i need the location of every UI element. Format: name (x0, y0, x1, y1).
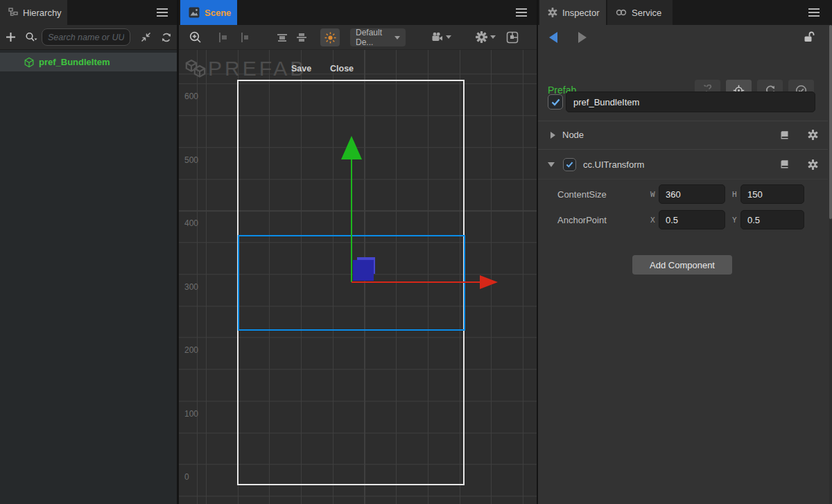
uitransform-help-book-icon[interactable] (779, 159, 790, 169)
gizmo-x-arrowhead[interactable] (480, 275, 498, 289)
inspector-menu-icon[interactable] (808, 8, 820, 17)
collapse-all-button[interactable] (135, 32, 157, 42)
refresh-hierarchy-button[interactable] (157, 32, 176, 43)
divider (538, 179, 828, 180)
history-back-button[interactable] (549, 32, 557, 43)
scene-tabbar: Scene (179, 0, 537, 25)
scene-light-toggle[interactable] (320, 28, 340, 46)
align-middle-icon (295, 32, 308, 43)
search-input[interactable] (42, 28, 130, 46)
contentsize-h-input[interactable] (740, 184, 804, 204)
ruler-label-0: 0 (184, 472, 189, 482)
hierarchy-panel: Hierarchy (0, 0, 177, 504)
gizmo-y-arrowhead[interactable] (341, 136, 362, 159)
scene-image-icon (189, 7, 200, 18)
hierarchy-tree[interactable]: pref_BundleItem (0, 50, 177, 504)
contentsize-w-input[interactable] (659, 184, 725, 204)
inspector-tab-label: Inspector (562, 8, 599, 18)
uitransform-enabled-checkbox[interactable] (563, 158, 576, 171)
unlock-icon[interactable] (803, 31, 815, 43)
scene-tab-label: Scene (205, 8, 231, 18)
anchorpoint-y-input[interactable] (740, 210, 804, 229)
camera-mode-dropdown[interactable]: Default De... (350, 28, 406, 46)
scene-menu-icon[interactable] (516, 8, 527, 17)
node-name-input[interactable] (566, 92, 815, 112)
camera-mode-value: Default De... (356, 28, 395, 47)
divider (538, 149, 828, 150)
node-help-book-icon[interactable] (779, 130, 790, 140)
contentsize-w-label: W (650, 190, 655, 199)
node-settings-gear-icon[interactable] (808, 130, 818, 140)
inspector-scrollbar[interactable] (829, 25, 832, 504)
divider (538, 121, 828, 121)
anchorpoint-y-label: Y (732, 216, 737, 225)
scene-viewport[interactable]: 600 500 400 300 200 100 0 PREFAB Save Cl… (179, 50, 537, 504)
node-section-title: Node (562, 130, 584, 140)
ruler-label-600: 600 (184, 92, 198, 101)
scene-panel: Scene (179, 0, 537, 504)
ruler-label-400: 400 (184, 218, 198, 228)
prefab-save-button[interactable]: Save (291, 64, 311, 73)
gizmo-plane-handle[interactable] (353, 260, 374, 281)
tab-hierarchy[interactable]: Hierarchy (0, 0, 67, 25)
anchorpoint-x-input[interactable] (659, 210, 725, 229)
gizmo-x-axis[interactable] (352, 281, 480, 283)
zoom-icon (189, 31, 202, 44)
ruler-label-500: 500 (184, 155, 198, 165)
camera-settings-button[interactable] (431, 32, 451, 42)
hierarchy-tree-icon (8, 8, 18, 17)
node-active-checkbox[interactable] (548, 94, 563, 110)
prefab-close-button[interactable]: Close (330, 64, 354, 73)
gizmo-y-axis[interactable] (351, 159, 352, 282)
plus-icon (6, 32, 16, 42)
search-filter-button[interactable] (21, 32, 42, 43)
tab-service[interactable]: Service (607, 0, 673, 25)
hierarchy-toolbar (0, 25, 177, 50)
prefab-cube-icon (24, 57, 35, 68)
layout-icon (506, 31, 519, 44)
view-layout-button[interactable] (506, 31, 519, 44)
scrollbar-thumb[interactable] (829, 25, 832, 219)
gizmo-settings-button[interactable] (476, 31, 496, 43)
check-icon (566, 162, 573, 168)
align-top-button[interactable] (276, 32, 288, 43)
inspector-tabbar: Inspector Service (538, 0, 832, 25)
tree-item-pref-bundleitem[interactable]: pref_BundleItem (0, 53, 177, 71)
node-expand-caret-icon[interactable] (551, 132, 555, 139)
gear-icon (476, 31, 487, 43)
inspector-body: Prefab (538, 25, 832, 504)
add-component-button[interactable]: Add Component (632, 255, 732, 275)
contentsize-h-label: H (732, 190, 737, 199)
collapse-arrows-icon (141, 32, 151, 42)
tab-inspector[interactable]: Inspector (539, 0, 606, 25)
search-icon (25, 32, 38, 43)
tab-scene[interactable]: Scene (180, 0, 237, 25)
uitransform-section-header[interactable]: cc.UITransform (538, 150, 828, 178)
node-section-header[interactable]: Node (538, 122, 828, 148)
create-node-button[interactable] (0, 32, 21, 42)
tree-item-label: pref_BundleItem (39, 57, 110, 67)
align-middle-button[interactable] (295, 32, 308, 43)
align-left-icon (217, 32, 229, 43)
hierarchy-menu-icon[interactable] (157, 8, 168, 17)
hierarchy-tab-label: Hierarchy (23, 8, 62, 18)
align-left-button[interactable] (217, 32, 229, 43)
uitransform-collapse-caret-icon[interactable] (548, 162, 555, 167)
prefab-watermark-icon (184, 58, 207, 80)
ruler-label-300: 300 (184, 282, 198, 292)
check-icon (551, 98, 560, 106)
align-center-h-button[interactable] (239, 32, 250, 43)
inspector-panel: Inspector Service Prefab (538, 0, 832, 504)
service-link-icon (616, 9, 627, 16)
align-center-h-icon (239, 32, 250, 43)
contentsize-label: ContentSize (557, 189, 607, 200)
uitransform-settings-gear-icon[interactable] (808, 159, 818, 170)
scene-toolbar: Default De... (179, 25, 537, 50)
gizmo-dropdown-arrow-icon (490, 35, 496, 39)
zoom-tool-button[interactable] (189, 31, 202, 44)
anchorpoint-label: AnchorPoint (557, 215, 607, 225)
history-forward-button[interactable] (578, 32, 587, 43)
ruler-label-200: 200 (184, 345, 198, 355)
uitransform-section-title: cc.UITransform (583, 159, 644, 170)
anchorpoint-x-label: X (650, 216, 655, 225)
